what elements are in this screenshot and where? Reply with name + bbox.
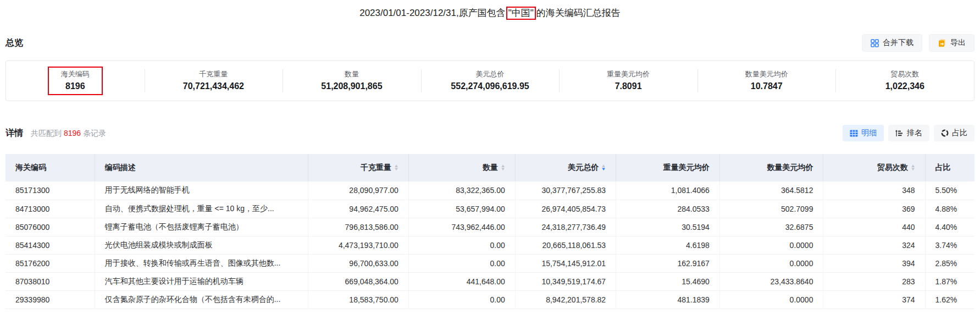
- cell-1: 汽车和其他主要设计用于运输的机动车辆: [95, 272, 308, 290]
- cell-4: 30,377,767,255.83: [515, 181, 616, 200]
- column-header-4[interactable]: 美元总价▲▼: [515, 154, 616, 181]
- tab-proportion-label: 占比: [952, 128, 967, 138]
- cell-8: 3.74%: [925, 236, 975, 254]
- column-header-3[interactable]: 数量▲▼: [408, 154, 515, 181]
- table-row: 85171300用于无线网络的智能手机28,090,977.0083,322,3…: [5, 181, 975, 200]
- column-label: 贸易次数: [877, 163, 908, 173]
- cell-0: 85076000: [5, 218, 95, 236]
- detail-left: 详情 共匹配到8196条记录: [5, 128, 106, 139]
- cell-2: 669,048,364.00: [308, 272, 408, 290]
- stat-0: 海关编码8196: [6, 61, 145, 101]
- merge-grid-icon: [871, 39, 879, 47]
- cell-1: 自动、便携式数据处理机，重量 <= 10 kg，至少...: [95, 200, 308, 218]
- column-label: 千克重量: [361, 163, 391, 173]
- stat-box: 数量51,208,901,865: [308, 67, 395, 95]
- cell-3: 743,962,446.00: [408, 218, 515, 236]
- cell-8: 2.85%: [925, 254, 975, 272]
- cell-7: 440: [823, 218, 925, 236]
- cell-5: 30.5194: [616, 218, 720, 236]
- cell-5: 284.0533: [616, 200, 720, 218]
- cell-3: 53,657,994.00: [408, 200, 515, 218]
- sort-carets-icon[interactable]: ▲▼: [394, 164, 398, 171]
- tab-detail-view[interactable]: 明细: [843, 125, 884, 141]
- stat-6: 贸易次数1,022,346: [835, 61, 974, 101]
- cell-8: 1.62%: [925, 290, 975, 309]
- stat-2: 数量51,208,901,865: [283, 61, 421, 101]
- table-grid-icon: [850, 130, 858, 137]
- cell-7: 283: [823, 272, 925, 290]
- title-prefix: 2023/01/01-2023/12/31,原产国包含: [359, 8, 506, 18]
- cell-0: 85176200: [5, 254, 95, 272]
- table-row: 87038010汽车和其他主要设计用于运输的机动车辆669,048,364.00…: [5, 272, 975, 290]
- stat-box: 千克重量70,721,434,462: [170, 67, 257, 95]
- cell-3: 0.00: [408, 236, 515, 254]
- cell-6: 364.5812: [719, 181, 823, 200]
- cell-3: 0.00: [408, 254, 515, 272]
- column-header-1: 编码描述: [95, 154, 308, 181]
- sort-carets-icon[interactable]: ▲▼: [501, 164, 505, 171]
- cell-4: 20,665,118,061.53: [515, 236, 616, 254]
- column-label: 美元总价: [568, 163, 599, 173]
- match-suffix: 条记录: [83, 129, 106, 137]
- tab-ranking-view[interactable]: 排名: [888, 125, 929, 141]
- stat-label: 海关编码: [61, 69, 90, 79]
- sort-carets-icon[interactable]: ▲▼: [911, 164, 915, 171]
- cell-4: 8,942,201,578.82: [515, 290, 616, 309]
- stat-1: 千克重量70,721,434,462: [145, 61, 283, 101]
- column-label: 数量: [483, 163, 498, 173]
- title-highlight-box: "中国": [506, 7, 536, 20]
- cell-6: 23,433.8640: [719, 272, 823, 290]
- cell-6: 0.0000: [719, 254, 823, 272]
- cell-6: 0.0000: [719, 290, 823, 309]
- cell-8: 4.40%: [925, 218, 975, 236]
- stat-box: 美元总价552,274,096,619.95: [438, 67, 542, 95]
- view-tabs: 明细 排名 占比: [843, 125, 975, 141]
- cell-6: 32.6875: [719, 218, 823, 236]
- overview-heading: 总览: [5, 37, 23, 49]
- merge-download-button[interactable]: 合并下载: [862, 34, 922, 52]
- cell-5: 481.1839: [616, 290, 720, 309]
- cell-5: 15.4690: [616, 272, 720, 290]
- stat-label: 贸易次数: [885, 69, 924, 79]
- cell-7: 324: [823, 236, 925, 254]
- report-page: 2023/01/01-2023/12/31,原产国包含"中国"的海关编码汇总报告…: [0, 0, 980, 309]
- table-row: 85176200用于接收、转换和传输或再生语音、图像或其他数...96,700,…: [5, 254, 975, 272]
- cell-6: 502.7099: [719, 200, 823, 218]
- column-label: 编码描述: [105, 163, 136, 173]
- stat-label: 数量美元均价: [745, 69, 788, 79]
- column-header-7[interactable]: 贸易次数▲▼: [823, 154, 925, 181]
- stat-5: 数量美元均价10.7847: [697, 61, 836, 101]
- sort-carets-icon[interactable]: ▲▼: [601, 164, 606, 171]
- overview-bar: 总览 合并下载: [5, 34, 975, 52]
- cell-4: 10,349,519,174.67: [515, 272, 616, 290]
- column-header-6: 数量美元均价: [719, 154, 823, 181]
- export-button[interactable]: 导出: [929, 34, 975, 52]
- stat-label: 美元总价: [451, 69, 529, 79]
- stat-value: 1,022,346: [885, 80, 924, 92]
- ranking-bars-icon: [895, 130, 904, 137]
- table-header-row: 海关编码编码描述千克重量▲▼数量▲▼美元总价▲▼重量美元均价数量美元均价贸易次数…: [5, 154, 975, 181]
- table-row: 84713000自动、便携式数据处理机，重量 <= 10 kg，至少...94,…: [5, 200, 975, 218]
- cell-5: 1,081.4066: [616, 181, 720, 200]
- stat-3: 美元总价552,274,096,619.95: [421, 61, 560, 101]
- cell-0: 87038010: [5, 272, 95, 290]
- cell-4: 26,974,405,854.73: [515, 200, 616, 218]
- column-header-2[interactable]: 千克重量▲▼: [308, 154, 408, 181]
- detail-bar: 详情 共匹配到8196条记录 明细: [5, 124, 975, 142]
- stat-value: 70,721,434,462: [183, 80, 244, 92]
- cell-0: 85171300: [5, 181, 95, 200]
- cell-0: 85414300: [5, 236, 95, 254]
- title-suffix: 的海关编码汇总报告: [536, 8, 621, 18]
- column-header-0: 海关编码: [5, 154, 95, 181]
- cell-2: 96,700,633.00: [308, 254, 408, 272]
- tab-proportion-view[interactable]: 占比: [934, 125, 975, 141]
- cell-2: 4,473,193,710.00: [308, 236, 408, 254]
- stat-label: 重量美元均价: [607, 69, 650, 79]
- cell-3: 83,322,365.00: [408, 181, 515, 200]
- cell-6: 0.0000: [719, 236, 823, 254]
- stat-value: 51,208,901,865: [321, 80, 382, 92]
- page-title: 2023/01/01-2023/12/31,原产国包含"中国"的海关编码汇总报告: [5, 7, 975, 20]
- cell-3: 441,648.00: [408, 272, 515, 290]
- stat-value: 8196: [61, 80, 90, 92]
- export-label: 导出: [950, 38, 966, 48]
